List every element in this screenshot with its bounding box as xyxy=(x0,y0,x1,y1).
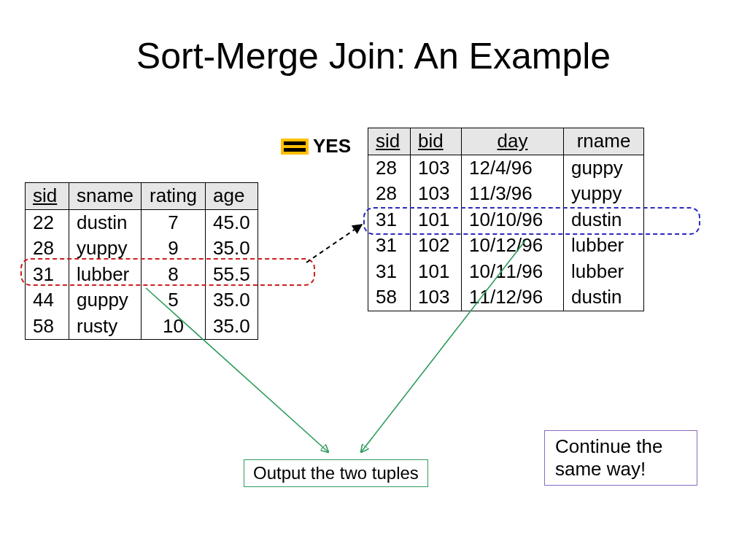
cell-age: 55.5 xyxy=(206,262,258,288)
cell-age: 35.0 xyxy=(206,314,258,340)
table-row: 58 rusty 10 35.0 xyxy=(26,314,258,340)
cell-rname: yuppy xyxy=(564,181,644,207)
cell-rating: 8 xyxy=(142,262,206,288)
cell-day: 10/12/96 xyxy=(462,233,564,259)
cell-bid: 103 xyxy=(411,155,462,181)
cell-day: 11/12/96 xyxy=(462,284,564,311)
cell-bid: 101 xyxy=(411,259,462,285)
table-header-row: sid sname rating age xyxy=(26,183,258,210)
cell-rname: dustin xyxy=(564,284,644,311)
col-sid: sid xyxy=(26,183,69,210)
cell-age: 35.0 xyxy=(206,287,258,314)
table-row: 22 dustin 7 45.0 xyxy=(26,209,258,236)
cell-bid: 103 xyxy=(411,181,462,207)
cell-day: 10/11/96 xyxy=(462,259,564,285)
cell-rating: 7 xyxy=(142,209,206,236)
table-row: 58 103 11/12/96 dustin xyxy=(368,284,644,311)
cell-sid: 31 xyxy=(368,259,411,285)
cell-age: 45.0 xyxy=(206,209,258,236)
table-row: 44 guppy 5 35.0 xyxy=(26,287,258,314)
output-callout: Output the two tuples xyxy=(244,459,428,487)
arrow-match xyxy=(306,225,362,262)
cell-sid: 28 xyxy=(368,155,411,181)
col-sname: sname xyxy=(69,183,142,210)
equals-badge: YES xyxy=(281,135,351,158)
col-bid: bid xyxy=(411,128,462,155)
col-rating: rating xyxy=(142,183,206,210)
cell-sid: 28 xyxy=(368,181,411,207)
sailors-table: sid sname rating age 22 dustin 7 45.0 28… xyxy=(25,182,258,340)
cell-sid: 22 xyxy=(26,209,69,236)
table-header-row: sid bid day rname xyxy=(368,128,644,155)
cell-day: 12/4/96 xyxy=(462,155,564,181)
cell-day: 11/3/96 xyxy=(462,181,564,207)
cell-rname: lubber xyxy=(564,233,644,259)
cell-sname: dustin xyxy=(69,209,142,236)
cell-bid: 103 xyxy=(411,284,462,311)
cell-sid: 31 xyxy=(26,262,69,288)
cell-day: 10/10/96 xyxy=(462,207,564,233)
col-sid: sid xyxy=(368,128,411,155)
cell-sname: guppy xyxy=(69,287,142,314)
cell-sid: 58 xyxy=(368,284,411,311)
slide-title: Sort-Merge Join: An Example xyxy=(0,35,747,77)
col-rname: rname xyxy=(564,128,644,155)
cell-rname: guppy xyxy=(564,155,644,181)
table-row: 31 102 10/12/96 lubber xyxy=(368,233,644,259)
cell-sid: 31 xyxy=(368,207,411,233)
continue-callout: Continue the same way! xyxy=(544,430,697,486)
table-row: 28 yuppy 9 35.0 xyxy=(26,236,258,262)
cell-rating: 5 xyxy=(142,287,206,314)
col-age: age xyxy=(206,183,258,210)
cell-sname: yuppy xyxy=(69,236,142,262)
cell-age: 35.0 xyxy=(206,236,258,262)
table-row: 31 101 10/10/96 dustin xyxy=(368,207,644,233)
table-row: 28 103 11/3/96 yuppy xyxy=(368,181,644,207)
equals-icon xyxy=(281,139,309,155)
cell-sid: 28 xyxy=(26,236,69,262)
equals-label: YES xyxy=(313,135,351,158)
col-day: day xyxy=(462,128,564,155)
cell-sname: rusty xyxy=(69,314,142,340)
cell-rname: lubber xyxy=(564,259,644,285)
cell-rating: 10 xyxy=(142,314,206,340)
cell-sid: 44 xyxy=(26,287,69,314)
table-row: 28 103 12/4/96 guppy xyxy=(368,155,644,181)
cell-sid: 58 xyxy=(26,314,69,340)
cell-bid: 101 xyxy=(411,207,462,233)
table-row: 31 lubber 8 55.5 xyxy=(26,262,258,288)
cell-rname: dustin xyxy=(564,207,644,233)
reserves-table: sid bid day rname 28 103 12/4/96 guppy 2… xyxy=(368,128,644,311)
table-row: 31 101 10/11/96 lubber xyxy=(368,259,644,285)
cell-sid: 31 xyxy=(368,233,411,259)
cell-sname: lubber xyxy=(69,262,142,288)
cell-bid: 102 xyxy=(411,233,462,259)
cell-rating: 9 xyxy=(142,236,206,262)
